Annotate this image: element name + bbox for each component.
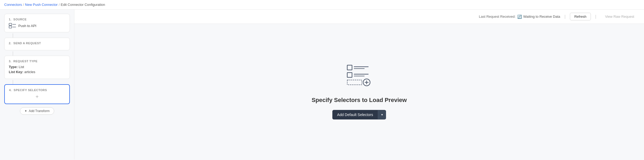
step-2-number: 2. SEND A REQUEST — [9, 42, 65, 45]
waiting-icon: 🔄 — [517, 15, 522, 19]
step-specify-selectors: 4. SPECIFY SELECTORS + — [4, 84, 70, 104]
step-source: 1. SOURCE Push to API — [4, 14, 70, 32]
steps-panel: 1. SOURCE Push to API — [0, 10, 74, 159]
step-3-number: 3. REQUEST TYPE — [9, 60, 65, 63]
top-bar: Last Request Received: 🔄 Waiting to Rece… — [74, 10, 644, 24]
svg-rect-7 — [347, 73, 352, 77]
step-4-plus: + — [9, 94, 65, 100]
breadcrumb-sep-1: / — [23, 3, 24, 7]
breadcrumb-new-push-link[interactable]: New Push Connector — [25, 3, 58, 7]
step-1-number: 1. SOURCE — [9, 18, 65, 21]
add-transform-label: Add Transform — [29, 109, 50, 113]
last-request-row: Last Request Received: 🔄 Waiting to Rece… — [479, 15, 560, 19]
step-request-type: 3. REQUEST TYPE Type: List List Key: art… — [4, 56, 70, 79]
add-default-selectors-button[interactable]: Add Default Selectors ▾ — [332, 110, 386, 119]
list-illustration — [346, 64, 372, 90]
transform-icon: ✦ — [24, 109, 27, 113]
svg-rect-4 — [347, 65, 352, 70]
chevron-down-icon: ▾ — [381, 113, 383, 117]
view-raw-request-button[interactable]: View Raw Request — [600, 13, 639, 20]
main-layout: 1. SOURCE Push to API — [0, 10, 644, 159]
add-selectors-main-btn[interactable]: Add Default Selectors — [332, 110, 378, 119]
last-request-label-text: Last Request Received: — [479, 15, 516, 19]
breadcrumb-connectors-link[interactable]: Connectors — [4, 3, 22, 7]
content-area: Last Request Received: 🔄 Waiting to Rece… — [74, 10, 644, 159]
waiting-text: Waiting to Receive Data — [523, 15, 560, 19]
center-content: Specify Selectors to Load Preview Add De… — [74, 24, 644, 159]
svg-rect-10 — [347, 80, 362, 85]
source-label: Push to API — [18, 24, 36, 28]
step-connector-2 — [13, 51, 13, 56]
list-key-label: List Key: articles — [9, 70, 65, 74]
breadcrumb: Connectors / New Push Connector / Edit C… — [0, 0, 644, 10]
type-label: Type: List — [9, 65, 65, 69]
svg-rect-0 — [9, 23, 12, 25]
svg-rect-1 — [9, 26, 12, 28]
divider-2: | — [595, 14, 596, 19]
refresh-button[interactable]: Refresh — [570, 13, 591, 20]
breadcrumb-current: Edit Connector Configuration — [61, 3, 105, 7]
step-connector-3 — [13, 80, 13, 84]
divider-1: | — [565, 14, 566, 19]
step-4-number: 4. SPECIFY SELECTORS — [9, 88, 65, 92]
add-transform-button[interactable]: ✦ Add Transform — [20, 107, 54, 115]
source-row: Push to API — [9, 23, 65, 28]
specify-title: Specify Selectors to Load Preview — [312, 97, 407, 104]
add-selectors-dropdown-btn[interactable]: ▾ — [378, 110, 386, 119]
step-send-request: 2. SEND A REQUEST — [4, 38, 70, 50]
step-3-content: Type: List List Key: articles — [9, 65, 65, 74]
breadcrumb-sep-2: / — [59, 3, 60, 7]
push-api-icon — [9, 23, 16, 28]
step-connector-1 — [13, 33, 13, 38]
step-1-content: Push to API — [9, 23, 65, 28]
